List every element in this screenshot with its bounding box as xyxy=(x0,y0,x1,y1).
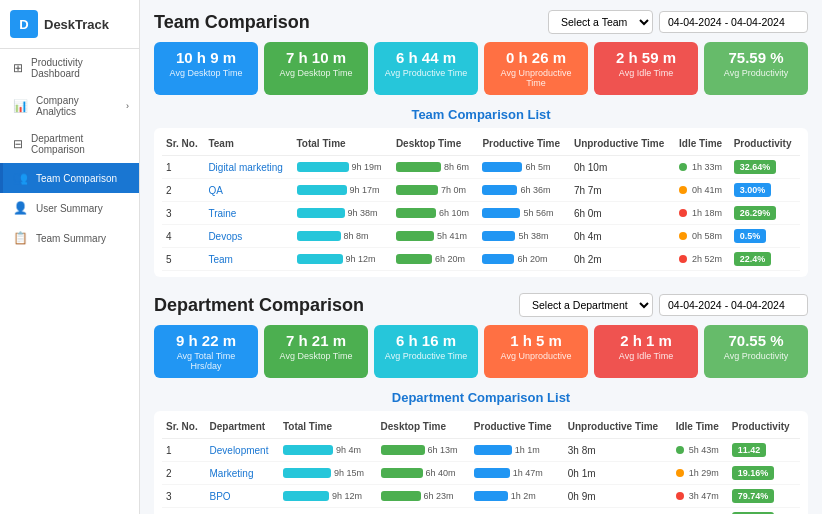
productivity: 10.46% xyxy=(728,508,800,515)
idle-time: 1h 18m xyxy=(675,202,730,225)
productive-time: 6h 36m xyxy=(478,179,569,202)
stat-lbl-4: Avg Idle Time xyxy=(604,68,688,78)
sidebar-item-3[interactable]: 👥 Team Comparison xyxy=(0,163,139,193)
total-time: 9h 17m xyxy=(293,179,392,202)
team-name[interactable]: BPO xyxy=(206,485,279,508)
idle-time: 1h 33m xyxy=(675,156,730,179)
unproductive-time: 0h 4m xyxy=(570,225,675,248)
productive-time: 6h 5m xyxy=(478,156,569,179)
dept-comparison-table: Sr. No.DepartmentTotal TimeDesktop TimeP… xyxy=(154,411,808,514)
table-row: 1Digital marketing 9h 19m 8h 6m 6h 5m 0h… xyxy=(162,156,800,179)
stat-card-1: 7 h 10 m Avg Desktop Time xyxy=(264,42,368,95)
stat-val-0: 9 h 22 m xyxy=(164,332,248,349)
sidebar-item-4[interactable]: 👤 User Summary xyxy=(0,193,139,223)
desktop-time: 6h 10m xyxy=(392,202,479,225)
unproductive-time: 3h 8m xyxy=(564,439,672,462)
dept-section-title: Department Comparison xyxy=(154,295,364,316)
team-date-input[interactable] xyxy=(659,11,808,33)
total-time: 8h 8m xyxy=(293,225,392,248)
idle-time: 1h 29m xyxy=(672,462,728,485)
dept-date-input[interactable] xyxy=(659,294,808,316)
stat-card-2: 6 h 44 m Avg Productive Time xyxy=(374,42,478,95)
col-unproductive-time: Unproductive Time xyxy=(570,134,675,156)
desktop-time: 6h 40m xyxy=(377,462,470,485)
sr-no: 3 xyxy=(162,485,206,508)
sidebar-icon-2: ⊟ xyxy=(13,137,23,151)
team-name[interactable]: Development xyxy=(206,439,279,462)
team-select-dropdown[interactable]: Select a Team xyxy=(548,10,653,34)
team-list-title: Team Comparison List xyxy=(154,107,808,122)
sidebar-item-0[interactable]: ⊞ Productivity Dashboard xyxy=(0,49,139,87)
stat-val-0: 10 h 9 m xyxy=(164,49,248,66)
productivity: 3.00% xyxy=(730,179,800,202)
team-table: Sr. No.TeamTotal TimeDesktop TimeProduct… xyxy=(162,134,800,271)
stat-val-2: 6 h 16 m xyxy=(384,332,468,349)
sr-no: 2 xyxy=(162,462,206,485)
stat-card-3: 0 h 26 m Avg Unproductive Time xyxy=(484,42,588,95)
team-name[interactable]: QA xyxy=(204,179,292,202)
team-section-header: Team Comparison Select a Team xyxy=(154,10,808,34)
stat-val-4: 2 h 59 m xyxy=(604,49,688,66)
productive-time: 5h 38m xyxy=(478,225,569,248)
table-row: 4Devops 8h 8m 5h 41m 5h 38m 0h 4m 0h 58m… xyxy=(162,225,800,248)
unproductive-time: 0h 2m xyxy=(570,248,675,271)
productive-time: 1h 1m xyxy=(470,439,564,462)
team-section-title: Team Comparison xyxy=(154,12,310,33)
productive-time: 6h 20m xyxy=(478,248,569,271)
col-idle-time: Idle Time xyxy=(675,134,730,156)
productive-time: 1h 47m xyxy=(470,462,564,485)
sidebar-item-1[interactable]: 📊 Company Analytics › xyxy=(0,87,139,125)
sidebar-label-2: Department Comparison xyxy=(31,133,129,155)
col-productive-time: Productive Time xyxy=(470,417,564,439)
sidebar-item-2[interactable]: ⊟ Department Comparison xyxy=(0,125,139,163)
sr-no: 4 xyxy=(162,225,204,248)
dept-select-dropdown[interactable]: Select a Department xyxy=(519,293,653,317)
dept-stats-row: 9 h 22 m Avg Total Time Hrs/day7 h 21 m … xyxy=(154,325,808,378)
sidebar-label-5: Team Summary xyxy=(36,233,106,244)
stat-val-3: 1 h 5 m xyxy=(494,332,578,349)
logo-text: DeskTrack xyxy=(44,17,109,32)
team-name[interactable]: Team xyxy=(204,248,292,271)
col-productivity: Productivity xyxy=(728,417,800,439)
total-time: 9h 12m xyxy=(293,248,392,271)
sr-no: 4 xyxy=(162,508,206,515)
dept-table: Sr. No.DepartmentTotal TimeDesktop TimeP… xyxy=(162,417,800,514)
total-time: 9h 7m xyxy=(279,508,377,515)
total-time: 9h 15m xyxy=(279,462,377,485)
col-idle-time: Idle Time xyxy=(672,417,728,439)
stat-lbl-1: Avg Desktop Time xyxy=(274,68,358,78)
team-name[interactable]: Digital marketing xyxy=(204,156,292,179)
sidebar-icon-5: 📋 xyxy=(13,231,28,245)
col-sr.-no.: Sr. No. xyxy=(162,134,204,156)
stat-card-0: 10 h 9 m Avg Desktop Time xyxy=(154,42,258,95)
stat-card-5: 75.59 % Avg Productivity xyxy=(704,42,808,95)
sr-no: 1 xyxy=(162,156,204,179)
sidebar-item-5[interactable]: 📋 Team Summary xyxy=(0,223,139,253)
unproductive-time: 0h 3m xyxy=(564,508,672,515)
team-name[interactable]: Traine xyxy=(204,202,292,225)
unproductive-time: 0h 1m xyxy=(564,462,672,485)
sidebar-label-1: Company Analytics xyxy=(36,95,118,117)
col-sr.-no.: Sr. No. xyxy=(162,417,206,439)
col-productivity: Productivity xyxy=(730,134,800,156)
stat-card-2: 6 h 16 m Avg Productive Time xyxy=(374,325,478,378)
sidebar: D DeskTrack ⊞ Productivity Dashboard 📊 C… xyxy=(0,0,140,514)
stat-card-3: 1 h 5 m Avg Unproductive xyxy=(484,325,588,378)
col-team: Team xyxy=(204,134,292,156)
sidebar-label-4: User Summary xyxy=(36,203,103,214)
team-comparison-table: Sr. No.TeamTotal TimeDesktop TimeProduct… xyxy=(154,128,808,277)
total-time: 9h 4m xyxy=(279,439,377,462)
unproductive-time: 0h 10m xyxy=(570,156,675,179)
team-name[interactable]: Sales xyxy=(206,508,279,515)
productivity: 19.16% xyxy=(728,462,800,485)
unproductive-time: 7h 7m xyxy=(570,179,675,202)
team-name[interactable]: Devops xyxy=(204,225,292,248)
desktop-time: 6h 13m xyxy=(377,508,470,515)
stat-lbl-1: Avg Desktop Time xyxy=(274,351,358,361)
dept-section-header: Department Comparison Select a Departmen… xyxy=(154,293,808,317)
dept-header-controls: Select a Department xyxy=(519,293,808,317)
stat-lbl-4: Avg Idle Time xyxy=(604,351,688,361)
idle-time: 3h 47m xyxy=(672,485,728,508)
productivity: 26.29% xyxy=(730,202,800,225)
team-name[interactable]: Marketing xyxy=(206,462,279,485)
